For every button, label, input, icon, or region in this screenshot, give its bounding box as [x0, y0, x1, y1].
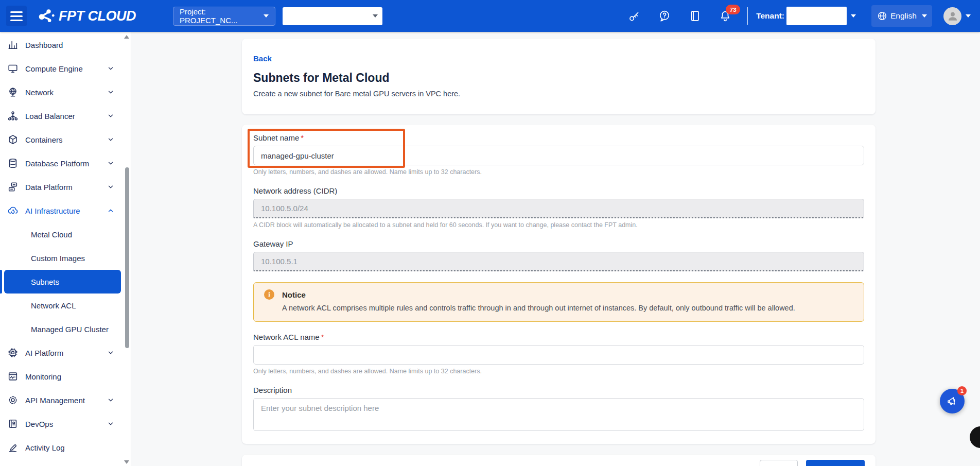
language-selector[interactable]: English: [871, 5, 932, 27]
fpt-cloud-logo[interactable]: FPT CLOUD: [36, 6, 136, 26]
main-content: Back Subnets for Metal Cloud Create a ne…: [131, 32, 980, 466]
network-icon: [7, 87, 19, 98]
database-platform-icon: [7, 158, 19, 169]
top-navbar: FPT CLOUD Project: PROJECT_NC... 73 Tena…: [0, 0, 980, 32]
hamburger-menu-icon[interactable]: [6, 6, 27, 26]
acl-name-helper-text: Only letters, numbers, and dashes are al…: [253, 368, 864, 375]
sidebar-item-database-platform[interactable]: Database Platform: [0, 151, 131, 175]
vpc-selector[interactable]: [283, 7, 382, 25]
compute-engine-icon: [7, 63, 19, 74]
required-asterisk: *: [321, 333, 324, 341]
info-icon: i: [264, 289, 274, 300]
notification-count-badge: 73: [726, 5, 740, 14]
chevron-down-icon: [922, 14, 927, 18]
sidebar-scroll-up-arrow[interactable]: [124, 35, 129, 39]
acl-name-input[interactable]: [253, 345, 864, 365]
back-link[interactable]: Back: [253, 54, 272, 63]
documentation-icon[interactable]: [688, 9, 702, 23]
sidebar-item-monitoring[interactable]: Monitoring: [0, 365, 131, 388]
sidebar-item-activity-log[interactable]: Activity Log: [0, 436, 131, 459]
description-textarea[interactable]: [253, 398, 864, 431]
chevron-down-icon: [107, 136, 114, 143]
dashboard-icon: [7, 39, 19, 50]
chevron-down-icon: [107, 89, 114, 96]
notice-title: Notice: [282, 290, 306, 299]
chevron-down-icon: [373, 14, 378, 18]
acl-name-field-group: Network ACL name* Only letters, numbers,…: [253, 333, 864, 375]
announcements-fab[interactable]: 1: [940, 389, 965, 413]
notice-body: A network ACL comprises multiple rules a…: [282, 304, 853, 312]
subnet-name-field-group: Subnet name* Only letters, numbers, and …: [253, 133, 864, 176]
monitoring-icon: [7, 371, 19, 382]
sidebar-item-managed-gpu-cluster[interactable]: Managed GPU Cluster: [0, 317, 131, 341]
description-label: Description: [253, 386, 864, 395]
cancel-button[interactable]: [760, 460, 798, 466]
navbar-divider: [747, 7, 748, 25]
sidebar-item-data-platform[interactable]: Data Platform: [0, 175, 131, 199]
subnet-name-input[interactable]: [253, 146, 864, 165]
sidebar-item-ai-infrastructure[interactable]: AI Infrastructure: [0, 199, 131, 222]
gateway-field-group: Gateway IP: [253, 239, 864, 271]
sidebar-item-network-acl[interactable]: Network ACL: [0, 294, 131, 317]
sidebar-item-metal-cloud[interactable]: Metal Cloud: [0, 222, 131, 246]
cidr-label: Network address (CIDR): [253, 186, 864, 196]
cidr-input: [253, 199, 864, 218]
page-header-card: Back Subnets for Metal Cloud Create a ne…: [242, 39, 876, 114]
chevron-down-icon: [107, 396, 114, 404]
ai-infrastructure-icon: [7, 205, 19, 216]
globe-icon: [877, 10, 888, 22]
chevron-down-icon: [966, 14, 971, 18]
devops-icon: [7, 418, 19, 429]
fab-notification-badge: 1: [957, 386, 967, 395]
sidebar-item-dashboard[interactable]: Dashboard: [0, 33, 131, 57]
notification-bell-icon[interactable]: 73: [719, 9, 732, 23]
subnet-name-helper-text: Only letters, numbers, and dashes are al…: [253, 168, 864, 176]
description-field-group: Description: [253, 386, 864, 433]
subnet-name-label: Subnet name*: [253, 133, 864, 143]
key-icon[interactable]: [627, 9, 641, 23]
sidebar-item-containers[interactable]: Containers: [0, 128, 131, 151]
gateway-label: Gateway IP: [253, 239, 864, 249]
support-chat-icon[interactable]: [658, 9, 671, 23]
submit-button[interactable]: [806, 460, 865, 466]
chevron-down-icon: [107, 112, 114, 119]
form-footer-card: [242, 455, 876, 466]
logo-text: FPT CLOUD: [59, 8, 136, 24]
sidebar-scrollbar-thumb[interactable]: [125, 167, 129, 348]
user-avatar-icon[interactable]: [943, 7, 961, 25]
tenant-label: Tenant:: [756, 11, 784, 21]
active-item-indicator: [0, 270, 2, 294]
ai-platform-icon: [7, 347, 19, 358]
chevron-down-icon: [107, 65, 114, 72]
chevron-down-icon: [107, 183, 114, 191]
activity-log-icon: [7, 442, 19, 453]
sidebar-item-compute-engine[interactable]: Compute Engine: [0, 57, 131, 80]
page-subtitle: Create a new subnet for Bare metal GPU s…: [253, 90, 864, 98]
sidebar-item-api-management[interactable]: API Management: [0, 388, 131, 412]
data-platform-icon: [7, 181, 19, 193]
sidebar-item-subnets[interactable]: Subnets: [4, 270, 121, 294]
subnet-form-card: Subnet name* Only letters, numbers, and …: [242, 125, 876, 444]
api-management-icon: [7, 394, 19, 406]
project-selector[interactable]: Project: PROJECT_NC...: [173, 7, 275, 26]
megaphone-icon: [945, 394, 959, 408]
sidebar-item-network[interactable]: Network: [0, 80, 131, 104]
gateway-input: [253, 252, 864, 271]
sidebar-navigation: Dashboard Compute Engine Network Load Ba…: [0, 32, 131, 466]
project-selector-label: Project: PROJECT_NC...: [180, 7, 264, 25]
sidebar-item-custom-images[interactable]: Custom Images: [0, 246, 131, 270]
sidebar-item-load-balancer[interactable]: Load Balancer: [0, 104, 131, 128]
sidebar-item-ai-platform[interactable]: AI Platform: [0, 341, 131, 365]
tenant-selector[interactable]: [786, 7, 847, 25]
sidebar-scroll-down-arrow[interactable]: [124, 460, 129, 464]
page-title: Subnets for Metal Cloud: [253, 71, 864, 85]
fpt-logo-icon: [36, 6, 56, 26]
acl-name-label: Network ACL name*: [253, 333, 864, 342]
chevron-down-icon: [264, 14, 269, 18]
language-label: English: [890, 11, 917, 21]
chevron-up-icon: [107, 207, 114, 214]
sidebar-item-devops[interactable]: DevOps: [0, 412, 131, 436]
chevron-down-icon: [107, 160, 114, 167]
chevron-down-icon: [107, 349, 114, 356]
required-asterisk: *: [301, 133, 304, 142]
